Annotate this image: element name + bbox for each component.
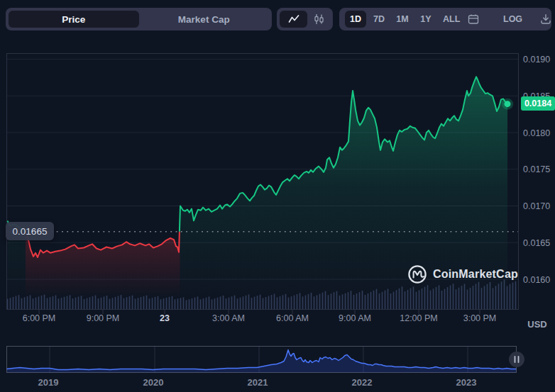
last-price-badge: 0.0184: [521, 96, 555, 111]
y-axis-label: 0.0180: [523, 128, 550, 138]
calendar-button[interactable]: [462, 11, 485, 28]
currency-unit-label: USD: [522, 319, 552, 330]
range-7d-button[interactable]: 7D: [368, 11, 390, 28]
candlestick-icon: [314, 13, 324, 25]
candlestick-chart-button[interactable]: [307, 11, 330, 28]
download-button[interactable]: [534, 11, 555, 28]
y-axis-label: 0.0190: [523, 55, 550, 65]
navigator-year-label: 2019: [38, 377, 59, 388]
coinmarketcap-logo-icon: [407, 264, 427, 284]
line-chart-icon: [288, 14, 300, 24]
range-toolbar: 1D 7D 1M 1Y ALL LOG: [339, 8, 551, 30]
navigator[interactable]: 20192020202120222023: [6, 346, 524, 388]
market-cap-tab[interactable]: Market Cap: [139, 11, 270, 28]
range-1d-button[interactable]: 1D: [345, 11, 366, 28]
calendar-icon: [468, 13, 479, 25]
navigator-handle[interactable]: [509, 352, 524, 367]
navigator-year-label: 2022: [352, 377, 373, 388]
open-price-label: 0.01665: [6, 222, 54, 240]
navigator-year-label: 2020: [143, 377, 164, 388]
line-chart-button[interactable]: [280, 11, 307, 28]
handle-grip-bar: [515, 356, 516, 363]
volume-bar: [512, 282, 514, 309]
watermark-text: CoinMarketCap: [433, 268, 518, 281]
log-scale-button[interactable]: LOG: [499, 11, 520, 28]
chart-type-toggle: [277, 8, 333, 30]
volume-bar: [510, 284, 511, 310]
x-axis-label: 9:00 AM: [339, 313, 371, 323]
x-axis-label: 6:00 AM: [276, 313, 309, 323]
range-1y-button[interactable]: 1Y: [415, 11, 436, 28]
x-axis-label: 6:00 PM: [23, 313, 56, 323]
navigator-year-label: 2021: [248, 377, 268, 388]
volume-bar: [515, 281, 517, 310]
x-axis-label: 23: [160, 313, 170, 323]
navigator-year-label: 2023: [456, 377, 477, 388]
navigator-handle-circle[interactable]: [509, 352, 524, 367]
range-all-button[interactable]: ALL: [439, 11, 460, 28]
x-axis-label: 3:00 AM: [212, 313, 245, 323]
range-1m-button[interactable]: 1M: [392, 11, 413, 28]
watermark: CoinMarketCap: [407, 264, 518, 284]
download-icon: [540, 13, 551, 25]
x-axis-label: 9:00 PM: [87, 313, 120, 323]
price-tab[interactable]: Price: [9, 11, 139, 28]
x-axis-label: 3:00 PM: [463, 313, 497, 323]
y-axis-label: 0.0175: [523, 164, 550, 174]
y-axis-label: 0.0170: [523, 201, 550, 211]
navigator-line: [6, 350, 517, 370]
price-chart-module: 0.01900.01850.01800.01750.01700.01650.01…: [0, 0, 555, 392]
price-marketcap-toggle: Price Market Cap: [6, 8, 272, 30]
last-price-dot: [505, 101, 511, 107]
y-axis-label: 0.0160: [523, 275, 550, 285]
main-price-chart[interactable]: 0.01900.01850.01800.01750.01700.01650.01…: [0, 0, 555, 392]
y-axis-label: 0.0165: [523, 238, 550, 248]
x-axis-label: 12:00 PM: [400, 313, 438, 323]
handle-grip-bar: [518, 356, 520, 363]
